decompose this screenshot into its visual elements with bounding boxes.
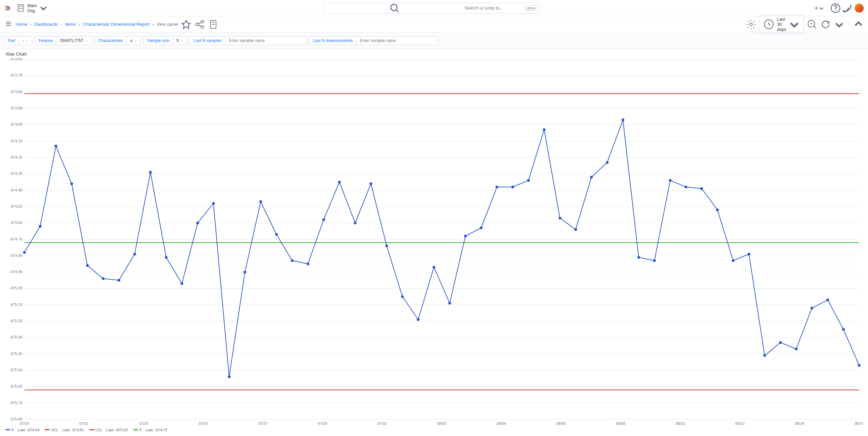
svg-text:-675.40: -675.40 (10, 352, 22, 356)
chevron-right-icon: › (153, 22, 154, 27)
svg-point-90 (55, 145, 57, 147)
feed-button[interactable] (842, 3, 853, 14)
svg-point-89 (39, 225, 41, 228)
svg-point-124 (590, 176, 593, 179)
breadcrumb-current: View panel (157, 22, 178, 27)
var-lastnsamples-label: Last N samples (190, 36, 225, 45)
svg-point-131 (700, 187, 703, 190)
svg-point-119 (511, 186, 514, 188)
legend-lcl[interactable]: LCL Last: -675.62 (90, 428, 128, 432)
chevron-right-icon: › (79, 22, 80, 27)
svg-point-137 (795, 348, 797, 350)
var-lastnmeasurements-input[interactable] (356, 36, 437, 45)
var-feature-value[interactable]: 33A9TL775T (56, 36, 92, 45)
svg-text:-675.60: -675.60 (10, 384, 22, 388)
var-part-value[interactable]: - (19, 36, 32, 45)
time-range-picker[interactable]: Last 30 days (759, 15, 804, 34)
add-button[interactable] (813, 3, 824, 14)
svg-point-100 (212, 202, 215, 205)
svg-text:-675.80: -675.80 (10, 417, 22, 421)
svg-point-110 (370, 182, 372, 185)
chart-title: Xbar Chart (5, 51, 863, 57)
collapse-button[interactable] (853, 19, 864, 30)
settings-button[interactable] (746, 19, 756, 30)
breadcrumb-folder[interactable]: demo (65, 22, 76, 27)
legend-mean[interactable]: x̄̄ Last: -674.72 (133, 428, 167, 432)
menu-toggle[interactable] (4, 19, 13, 29)
svg-point-10 (843, 11, 845, 13)
building-icon (16, 3, 25, 12)
chart-plot-area[interactable]: -673.60-673.70-673.80-673.90-674.00-674.… (5, 58, 863, 426)
search-input[interactable]: ctrl+k (323, 3, 540, 14)
var-lastnsamples-input[interactable] (225, 36, 307, 45)
svg-point-105 (291, 259, 294, 262)
refresh-button[interactable] (820, 19, 831, 30)
breadcrumb-dashboards[interactable]: Dashboards (34, 22, 58, 27)
var-characteristic-label: Characteristic (95, 36, 126, 45)
app-logo[interactable] (4, 5, 11, 12)
svg-text:08/16: 08/16 (854, 421, 863, 425)
org-selector[interactable]: Main Org. (14, 2, 51, 15)
svg-text:08/04: 08/04 (497, 421, 506, 425)
svg-point-132 (716, 209, 719, 211)
svg-text:-675.20: -675.20 (10, 319, 22, 323)
svg-line-15 (198, 25, 201, 26)
svg-text:08/02: 08/02 (437, 421, 447, 425)
breadcrumb-dashboard[interactable]: Characteristic Dimensional Report (83, 22, 150, 27)
refresh-interval-button[interactable] (834, 19, 845, 30)
svg-point-114 (433, 266, 435, 269)
user-avatar[interactable] (854, 3, 864, 13)
svg-text:-674.70: -674.70 (10, 237, 22, 241)
svg-text:-674.80: -674.80 (10, 253, 22, 257)
svg-text:-675.10: -675.10 (10, 303, 22, 307)
svg-point-111 (385, 245, 388, 247)
svg-point-11 (196, 23, 198, 26)
search-field[interactable] (465, 5, 521, 11)
svg-rect-1 (19, 6, 20, 7)
breadcrumb-home[interactable]: Home (16, 22, 27, 27)
chevron-right-icon: › (61, 22, 62, 27)
svg-point-109 (354, 222, 357, 224)
svg-point-113 (417, 318, 419, 321)
share-button[interactable] (194, 19, 205, 30)
zoom-out-button[interactable] (807, 19, 817, 30)
svg-text:-674.00: -674.00 (10, 122, 22, 126)
svg-text:07/23: 07/23 (139, 421, 149, 425)
svg-point-122 (558, 217, 561, 220)
svg-text:07/25: 07/25 (199, 421, 208, 425)
svg-text:-673.90: -673.90 (10, 106, 22, 110)
svg-text:08/14: 08/14 (795, 421, 804, 425)
svg-point-129 (669, 179, 672, 182)
svg-point-118 (496, 186, 498, 188)
svg-point-88 (23, 251, 26, 254)
svg-text:07/21: 07/21 (79, 421, 89, 425)
svg-text:-674.40: -674.40 (10, 188, 22, 192)
favorite-button[interactable] (181, 19, 192, 30)
svg-text:-673.70: -673.70 (10, 73, 22, 77)
chevron-right-icon: › (30, 22, 32, 27)
var-characteristic-value[interactable]: x (126, 36, 141, 45)
svg-point-94 (118, 279, 120, 282)
legend-ucl[interactable]: UCL Last: -673.81 (45, 428, 84, 432)
svg-text:08/10: 08/10 (676, 421, 685, 425)
svg-point-96 (149, 171, 152, 173)
svg-point-98 (181, 282, 183, 285)
var-samplesize-value[interactable]: 5 (173, 36, 188, 45)
legend-xbar[interactable]: x̄ Last: -674.59 (5, 428, 39, 432)
var-part-label: Part (4, 36, 19, 45)
help-button[interactable] (830, 3, 841, 14)
svg-point-99 (196, 222, 199, 224)
svg-point-116 (464, 235, 467, 237)
svg-point-19 (750, 23, 752, 26)
svg-rect-0 (18, 5, 24, 12)
breadcrumb: Home › Dashboards › demo › Characteristi… (16, 22, 178, 27)
search-icon (327, 3, 462, 13)
svg-text:-674.60: -674.60 (10, 221, 22, 225)
svg-point-130 (685, 186, 687, 188)
svg-text:-675.70: -675.70 (10, 401, 22, 405)
svg-text:-675.00: -675.00 (10, 286, 22, 290)
svg-point-126 (622, 119, 624, 121)
export-button[interactable] (208, 19, 219, 30)
chevron-down-icon (39, 3, 48, 12)
svg-point-120 (527, 179, 530, 182)
